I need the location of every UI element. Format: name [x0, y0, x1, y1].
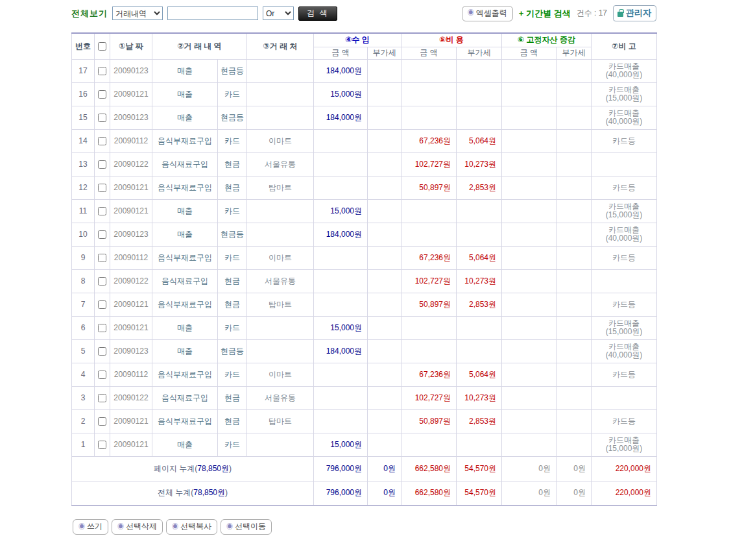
row-checkbox[interactable]	[98, 67, 106, 75]
copy-selected-button[interactable]: ◉ 선택복사	[166, 519, 217, 535]
cell-client	[247, 82, 314, 106]
row-checkbox[interactable]	[98, 371, 106, 379]
row-checkbox[interactable]	[98, 347, 106, 356]
cell-checkbox	[95, 269, 110, 293]
grand-total-expense-vat: 54,570원	[457, 481, 502, 505]
row-checkbox[interactable]	[98, 277, 106, 286]
table-row: 1 20090121 매출 카드 15,000원 카드매출(15,000원)	[72, 433, 657, 456]
cell-expense-amount: 50,897원	[401, 176, 457, 199]
table-body: 17 20090123 매출 현금등 184,000원 카드매출(40,000원…	[72, 59, 657, 456]
cell-asset-vat	[557, 269, 592, 293]
cell-detail: 음식재료구입	[152, 269, 218, 293]
grand-total-remark: 220,000원	[592, 481, 657, 505]
header-no: 번호	[72, 33, 95, 59]
row-checkbox[interactable]	[98, 230, 106, 239]
search-button[interactable]: 검 색	[298, 6, 337, 21]
cell-no: 9	[72, 246, 95, 269]
cell-client: 서울유통	[247, 269, 314, 293]
cell-income-amount: 184,000원	[314, 59, 368, 82]
cell-income-amount: 15,000원	[314, 433, 368, 456]
cell-client	[247, 433, 314, 456]
cell-checkbox	[95, 176, 110, 199]
header-expense-vat: 부가세	[457, 47, 502, 59]
cell-expense-amount: 102,727원	[401, 269, 457, 293]
cell-asset-amount	[502, 152, 557, 176]
operator-select[interactable]: Or	[263, 6, 294, 20]
move-selected-button[interactable]: ◉ 선택이동	[221, 519, 272, 535]
row-checkbox[interactable]	[98, 300, 106, 309]
cell-method: 카드	[218, 363, 247, 386]
cell-asset-vat	[557, 199, 592, 223]
excel-export-button[interactable]: ◉ 엑셀출력	[462, 6, 513, 21]
delete-selected-button[interactable]: ◉ 선택삭제	[112, 519, 163, 535]
cell-date: 20090121	[110, 433, 152, 456]
cell-asset-amount	[502, 176, 557, 199]
grand-total-prefix: 전체 누계(	[158, 488, 193, 497]
cell-detail: 음식부재료구입	[152, 246, 218, 269]
cell-detail: 매출	[152, 199, 218, 223]
admin-button[interactable]: 관리자	[613, 5, 656, 21]
row-checkbox[interactable]	[98, 417, 106, 426]
page-total-asset: 0원	[502, 456, 557, 481]
cell-no: 4	[72, 363, 95, 386]
cell-expense-amount	[401, 82, 457, 106]
cell-remark	[592, 386, 657, 409]
cell-expense-vat: 5,064원	[457, 246, 502, 269]
row-checkbox[interactable]	[98, 324, 106, 332]
cell-checkbox	[95, 363, 110, 386]
cell-no: 10	[72, 223, 95, 246]
cell-no: 16	[72, 82, 95, 106]
cell-expense-amount: 102,727원	[401, 152, 457, 176]
search-field-select[interactable]: 거래내역	[112, 6, 163, 20]
view-all-link[interactable]: 전체보기	[71, 8, 108, 19]
cell-method: 현금	[218, 386, 247, 409]
cell-income-amount	[314, 363, 368, 386]
cell-detail: 음식재료구입	[152, 152, 218, 176]
search-input[interactable]	[167, 6, 258, 20]
cell-expense-vat: 5,064원	[457, 129, 502, 152]
cell-income-vat	[368, 363, 401, 386]
admin-label: 관리자	[626, 7, 651, 19]
cell-income-vat	[368, 82, 401, 106]
cell-asset-vat	[557, 246, 592, 269]
cell-income-amount	[314, 409, 368, 433]
cell-expense-amount: 102,727원	[401, 386, 457, 409]
row-checkbox[interactable]	[98, 160, 106, 169]
cell-checkbox	[95, 199, 110, 223]
cell-asset-amount	[502, 59, 557, 82]
cell-asset-vat	[557, 316, 592, 339]
period-search-link[interactable]: + 기간별 검색	[519, 8, 571, 19]
row-checkbox[interactable]	[98, 137, 106, 145]
cell-income-vat	[368, 269, 401, 293]
cell-no: 17	[72, 59, 95, 82]
table-row: 10 20090123 매출 현금등 184,000원 카드매출(40,000원…	[72, 223, 657, 246]
action-buttons: ◉ 쓰기 ◉ 선택삭제 ◉ 선택복사 ◉ 선택이동	[73, 519, 731, 535]
cell-no: 11	[72, 199, 95, 223]
row-checkbox[interactable]	[98, 254, 106, 262]
cell-no: 14	[72, 129, 95, 152]
page-total-expense: 662,580원	[401, 456, 457, 481]
cell-asset-amount	[502, 82, 557, 106]
cell-date: 20090123	[110, 339, 152, 363]
row-checkbox[interactable]	[98, 114, 106, 122]
row-checkbox[interactable]	[98, 207, 106, 215]
write-button[interactable]: ◉ 쓰기	[73, 519, 108, 535]
row-checkbox[interactable]	[98, 394, 106, 402]
cell-expense-amount	[401, 106, 457, 129]
cell-asset-vat	[557, 386, 592, 409]
write-label: 쓰기	[87, 521, 102, 532]
cell-client: 서울유통	[247, 386, 314, 409]
grand-total-asset-vat: 0원	[557, 481, 592, 505]
cell-expense-amount: 50,897원	[401, 293, 457, 316]
cell-income-amount: 184,000원	[314, 339, 368, 363]
cell-detail: 매출	[152, 433, 218, 456]
row-checkbox[interactable]	[98, 90, 106, 99]
row-checkbox[interactable]	[98, 184, 106, 192]
grand-total-amount: 78,850원	[193, 488, 225, 497]
table-row: 6 20090121 매출 카드 15,000원 카드매출(15,000원)	[72, 316, 657, 339]
select-all-checkbox[interactable]	[98, 42, 106, 51]
header-asset: ⑥ 고정자산 증감	[502, 33, 592, 47]
bullseye-icon: ◉	[172, 524, 178, 530]
page-total-amount: 78,850원	[197, 464, 229, 473]
row-checkbox[interactable]	[98, 441, 106, 449]
